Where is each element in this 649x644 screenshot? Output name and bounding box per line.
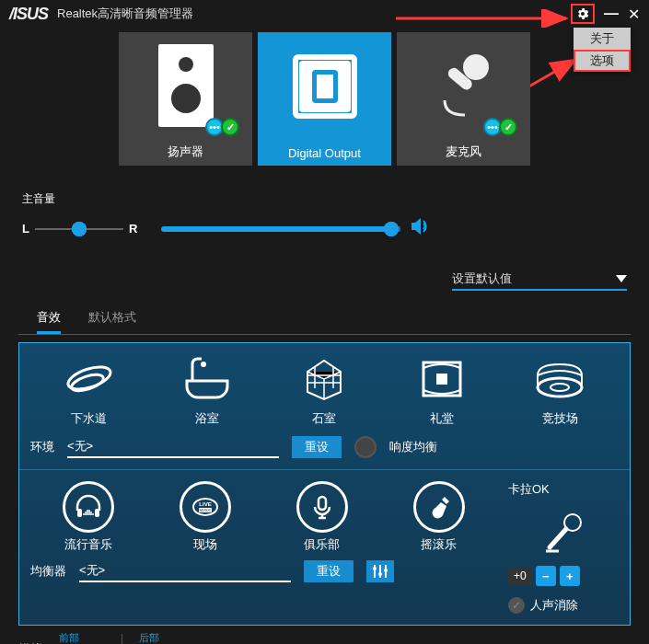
voice-cancel-label: 人声消除 bbox=[530, 597, 578, 614]
live-icon: LIVEMUSIC bbox=[180, 481, 231, 533]
tab-format[interactable]: 默认格式 bbox=[88, 309, 136, 334]
stone-icon bbox=[296, 354, 352, 405]
svg-point-2 bbox=[463, 54, 489, 80]
svg-rect-8 bbox=[436, 374, 447, 385]
eq-club[interactable]: 俱乐部 bbox=[264, 481, 381, 553]
tab-effects[interactable]: 音效 bbox=[37, 309, 61, 334]
eq-item-label: 流行音乐 bbox=[64, 536, 112, 553]
eq-dropdown-value: <无> bbox=[79, 562, 105, 579]
env-item-label: 竞技场 bbox=[542, 410, 578, 427]
env-item-label: 石室 bbox=[312, 410, 336, 427]
env-dropdown-value: <无> bbox=[67, 438, 93, 454]
check-icon: ✓ bbox=[221, 118, 239, 136]
close-button[interactable]: ✕ bbox=[628, 6, 640, 23]
menu-about[interactable]: 关于 bbox=[574, 28, 631, 50]
menu-options[interactable]: 选项 bbox=[574, 50, 631, 72]
arena-icon bbox=[532, 354, 587, 405]
svg-point-20 bbox=[384, 569, 388, 572]
device-speakers[interactable]: ••• ✓ 扬声器 bbox=[119, 32, 252, 166]
svg-point-19 bbox=[378, 572, 382, 576]
main-volume-label: 主音量 bbox=[22, 191, 630, 207]
eq-item-label: 现场 bbox=[193, 536, 217, 553]
asus-logo: /ISUS bbox=[9, 5, 48, 24]
karaoke-value: +0 bbox=[508, 568, 532, 584]
env-arena[interactable]: 竞技场 bbox=[501, 354, 619, 427]
voice-cancel-checkbox[interactable]: ✓ bbox=[508, 597, 525, 614]
volume-slider[interactable] bbox=[161, 226, 400, 232]
guitar-icon bbox=[413, 481, 465, 533]
svg-text:MUSIC: MUSIC bbox=[200, 508, 212, 512]
svg-point-18 bbox=[373, 567, 377, 570]
chevron-down-icon bbox=[616, 275, 627, 282]
environment-label: 环境 bbox=[30, 439, 54, 455]
divider bbox=[122, 634, 122, 645]
env-item-label: 礼堂 bbox=[430, 410, 454, 427]
rear-ports-label: 后部 bbox=[139, 631, 211, 644]
environment-dropdown[interactable]: <无> bbox=[67, 436, 279, 458]
analog-label: 模拟 bbox=[18, 641, 42, 645]
env-reset-button[interactable]: 重设 bbox=[292, 436, 342, 458]
svg-point-10 bbox=[550, 384, 569, 391]
svg-point-9 bbox=[538, 378, 582, 397]
karaoke-mic-icon bbox=[540, 509, 586, 555]
eq-rock[interactable]: 摇滚乐 bbox=[380, 481, 497, 553]
loudness-label: 响度均衡 bbox=[389, 439, 437, 455]
eq-item-label: 摇滚乐 bbox=[421, 536, 457, 553]
minimize-button[interactable]: — bbox=[604, 6, 619, 22]
device-digital-output[interactable]: Digital Output bbox=[258, 32, 391, 166]
sliders-icon bbox=[372, 564, 388, 579]
eq-reset-button[interactable]: 重设 bbox=[304, 560, 353, 582]
front-ports-label: 前部 bbox=[59, 631, 105, 644]
volume-icon[interactable] bbox=[410, 216, 432, 241]
loudness-toggle[interactable] bbox=[354, 436, 377, 458]
env-bathroom[interactable]: 浴室 bbox=[148, 354, 266, 427]
settings-menu: 关于 选项 bbox=[574, 28, 631, 72]
device-speakers-label: 扬声器 bbox=[168, 138, 203, 166]
device-microphone[interactable]: ••• ✓ 麦克风 bbox=[397, 32, 530, 166]
eq-item-label: 俱乐部 bbox=[304, 536, 340, 553]
karaoke-plus-button[interactable]: + bbox=[560, 566, 580, 586]
eq-sliders-button[interactable] bbox=[366, 560, 394, 582]
svg-point-6 bbox=[201, 362, 206, 367]
digital-output-icon bbox=[293, 54, 357, 119]
microphone-icon bbox=[432, 49, 496, 122]
env-hall[interactable]: 礼堂 bbox=[383, 354, 501, 427]
sewer-icon bbox=[62, 354, 117, 405]
env-sewer[interactable]: 下水道 bbox=[30, 354, 148, 427]
svg-rect-12 bbox=[95, 509, 99, 517]
device-digital-label: Digital Output bbox=[288, 141, 361, 166]
app-title: Realtek高清晰音频管理器 bbox=[57, 6, 193, 22]
env-item-label: 浴室 bbox=[195, 410, 219, 427]
default-settings-dropdown[interactable]: 设置默认值 bbox=[452, 269, 627, 291]
check-icon: ✓ bbox=[499, 118, 517, 136]
default-settings-label: 设置默认值 bbox=[452, 270, 512, 287]
eq-live[interactable]: LIVEMUSIC 现场 bbox=[147, 481, 264, 553]
env-item-label: 下水道 bbox=[71, 410, 107, 427]
bathtub-icon bbox=[180, 354, 235, 405]
settings-button[interactable] bbox=[571, 4, 595, 24]
gear-icon bbox=[575, 6, 590, 21]
hall-icon bbox=[414, 354, 469, 405]
balance-right-label: R bbox=[129, 222, 137, 236]
equalizer-label: 均衡器 bbox=[30, 563, 66, 580]
headphone-icon bbox=[63, 481, 114, 533]
svg-rect-17 bbox=[319, 497, 326, 510]
karaoke-minus-button[interactable]: − bbox=[536, 566, 556, 586]
env-stone-room[interactable]: 石室 bbox=[266, 354, 384, 427]
svg-text:LIVE: LIVE bbox=[199, 501, 211, 507]
balance-slider[interactable] bbox=[35, 228, 123, 230]
club-mic-icon bbox=[296, 481, 348, 533]
device-mic-label: 麦克风 bbox=[446, 138, 481, 166]
balance-left-label: L bbox=[22, 222, 29, 236]
eq-pop[interactable]: 流行音乐 bbox=[30, 481, 147, 553]
speaker-icon bbox=[158, 44, 214, 127]
svg-rect-11 bbox=[77, 509, 82, 517]
karaoke-title: 卡拉OK bbox=[508, 481, 619, 498]
equalizer-dropdown[interactable]: <无> bbox=[79, 560, 291, 582]
